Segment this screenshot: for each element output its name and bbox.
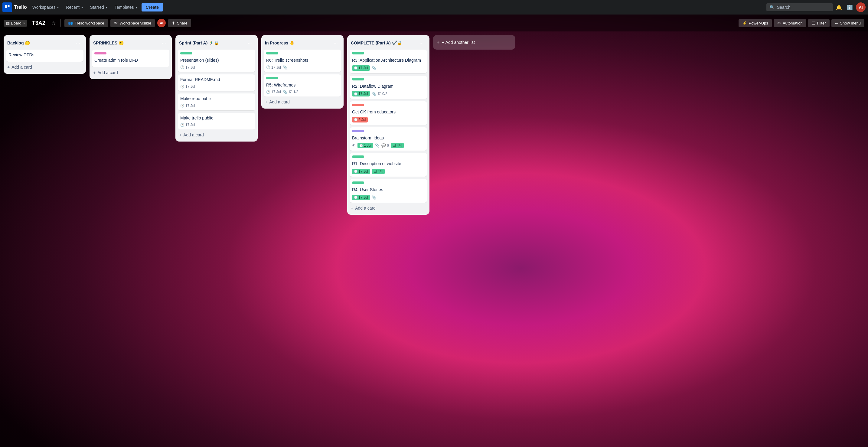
notifications-button[interactable]: 🔔 [834,2,844,12]
card-title: R5: Wireframes [266,82,339,88]
list-cards: Review DFDs✏ [6,50,84,62]
show-menu-button[interactable]: ··· Show menu [831,19,865,27]
list-menu-button[interactable]: ··· [74,39,82,47]
card-label [352,155,364,158]
starred-menu-button[interactable]: Starred ▾ [87,3,111,11]
card-attach-badge: 📎 [283,90,287,94]
topbar: Trello Workspaces ▾ Recent ▾ Starred ▾ T… [0,0,868,14]
plus-icon: + [179,132,182,137]
card[interactable]: R4: User Stories🕐 17 Jul📎✏ [350,179,427,203]
card[interactable]: Brainstorm ideas👁🕐 1 Jul📎💬 6☑ 4/4✏ [350,127,427,151]
clock-icon: 🕐 [266,65,270,69]
list-header: SPRINKLES 🙂··· [92,37,169,50]
card-title: R6: Trello screenshots [266,58,339,64]
card[interactable]: Format README.md🕐 17 Jul✏ [178,74,255,91]
user-avatar[interactable]: Al [856,2,866,12]
plus-icon: + [7,65,10,70]
card-label [352,182,364,184]
filter-button[interactable]: ☰ Filter [808,19,830,27]
card[interactable]: R3: Application Architecture Diagram🕐 17… [350,50,427,73]
templates-menu-button[interactable]: Templates ▾ [112,3,140,11]
card-meta: 🕐 17 Jul [180,65,253,70]
dots-icon: ··· [835,21,838,25]
card[interactable]: R2: Dataflow Diagram🕐 17 Jul📎☑ 0/2✏ [350,75,427,99]
starred-chevron-icon: ▾ [106,6,107,9]
card[interactable]: Review DFDs✏ [6,50,84,62]
card-meta: 🕐 17 Jul📎 [266,65,339,70]
workspaces-menu-button[interactable]: Workspaces ▾ [29,3,62,11]
workspaces-chevron-icon: ▾ [57,6,59,9]
card-date-badge: 🕐 17 Jul [266,65,281,70]
card-meta: 🕐 17 Jul [180,123,253,127]
paperclip-icon: 📎 [375,143,379,148]
card-meta: 🕐 17 Jul [180,84,253,89]
card-title: Make trello public [180,115,253,121]
workspace-visible-button[interactable]: 👁 Workspace visible [111,19,155,27]
list-menu-button[interactable]: ··· [332,39,340,47]
add-card-button[interactable]: + Add a card [178,131,255,139]
card[interactable]: Make repo public🕐 17 Jul✏ [178,93,255,110]
recent-menu-button[interactable]: Recent ▾ [63,3,86,11]
card-attach-badge: 📎 [372,195,376,200]
workspace-icon: 👥 [68,21,73,25]
add-card-button[interactable]: + Add a card [92,68,169,77]
search-box[interactable]: 🔍 Search [766,3,833,11]
board-chevron-icon: ▾ [23,22,25,25]
lightning-icon: ⚡ [742,21,747,25]
svg-rect-1 [8,5,10,7]
card-title: R3: Application Architecture Diagram [352,58,425,64]
card-label [352,130,364,132]
plus-icon: + [265,99,267,104]
card-title: Make repo public [180,96,253,102]
card-label [352,104,364,106]
card-date-badge-green: 🕐 1 Jul [358,143,373,148]
share-button[interactable]: ⬆ Share [168,19,191,27]
clock-icon: 🕐 [354,66,358,70]
info-icon: ℹ️ [847,4,853,10]
add-card-button[interactable]: + Add a card [350,204,427,212]
paperclip-icon: 📎 [372,92,376,96]
card-meta: 🕐 17 Jul📎☑ 0/2 [352,91,425,96]
eye-icon: 👁 [114,21,118,25]
list-title: Sprint (Part A) 🏃‍♂️🔒 [179,40,246,45]
list-menu-button[interactable]: ··· [246,39,254,47]
list-backlog: Backlog 🤔···Review DFDs✏+ Add a card [4,35,86,74]
create-button[interactable]: Create [142,3,163,11]
card[interactable]: R1: Description of website🕐 17 Jul☑ 4/4✏ [350,153,427,177]
card-title: Brainstorm ideas [352,135,425,141]
card[interactable]: Get OK from educators🕐 2 Jul✏ [350,101,427,125]
checklist-icon: ☑ [378,92,381,96]
card[interactable]: R6: Trello screenshots🕐 17 Jul📎✏ [264,50,341,72]
list-menu-button[interactable]: ··· [160,39,168,47]
card-date-badge-green: 🕐 17 Jul [352,169,370,174]
add-card-button[interactable]: + Add a card [6,63,84,71]
automation-icon: ⚙ [777,21,781,25]
info-button[interactable]: ℹ️ [845,2,855,12]
add-card-button[interactable]: + Add a card [264,98,341,106]
card-meta: 🕐 17 Jul📎 [352,195,425,200]
card-title: Create admin role DFD [94,58,167,64]
card-date-badge: 🕐 17 Jul [180,84,195,89]
card-date-badge-green: 🕐 17 Jul [352,195,370,200]
power-ups-button[interactable]: ⚡ Power-Ups [739,19,772,27]
card[interactable]: Presentation (slides)🕐 17 Jul✏ [178,50,255,72]
card-label [94,52,106,55]
list-menu-button[interactable]: ··· [417,39,426,47]
workspace-button[interactable]: 👥 Trello workspace [64,19,108,27]
trello-wordmark: Trello [14,4,27,10]
clock-icon: 🕐 [354,170,358,173]
star-button[interactable]: ☆ [50,19,57,27]
list-cards: Create admin role DFD✏ [92,50,169,67]
member-avatar[interactable]: Al [157,19,166,27]
add-another-list-button[interactable]: ++ Add another list [433,35,515,50]
automation-button[interactable]: ⚙ Automation [774,19,806,27]
card[interactable]: R5: Wireframes🕐 17 Jul📎☑ 1/3✏ [264,74,341,97]
card[interactable]: Make trello public🕐 17 Jul✏ [178,113,255,130]
board-title: T3A2 [30,19,48,28]
card-attach-badge: 📎 [283,65,287,70]
trello-logo-icon [2,2,12,12]
svg-rect-0 [5,5,7,8]
board-view-button[interactable]: ▦ Board ▾ [4,20,27,27]
card[interactable]: Create admin role DFD✏ [92,50,169,67]
star-icon: ☆ [52,21,56,26]
